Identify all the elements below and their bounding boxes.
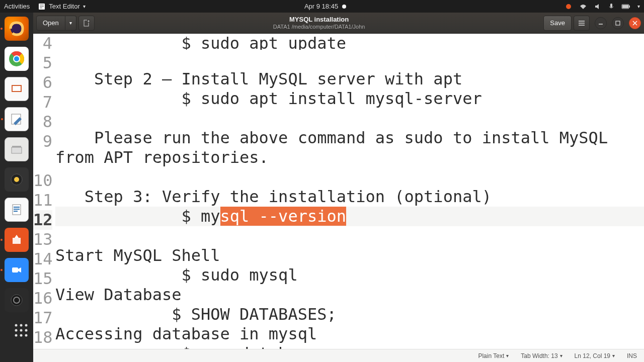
svg-rect-16 — [13, 86, 21, 91]
editor-line[interactable]: $ sudo apt install mysql-server — [55, 89, 644, 109]
svg-rect-5 — [610, 4, 612, 8]
editor-line[interactable]: Accessing database in mysql — [55, 324, 644, 344]
editor-line[interactable]: $ SHOW DATABASES; — [55, 305, 644, 324]
dock-files[interactable] — [5, 137, 29, 161]
editor-line[interactable]: $ sudo apt update — [55, 34, 644, 50]
network-icon[interactable] — [579, 3, 587, 10]
svg-rect-8 — [622, 5, 628, 8]
tab-width-selector[interactable]: Tab Width: 13 ▾ — [521, 352, 562, 359]
line-number-gutter: 45678910111213141516171819 — [33, 34, 55, 349]
chevron-down-icon: ▾ — [506, 353, 509, 358]
svg-rect-41 — [616, 21, 620, 25]
line-number: 5 — [33, 53, 52, 73]
line-number: 17 — [33, 308, 52, 328]
maximize-icon — [615, 21, 620, 26]
hamburger-menu-button[interactable] — [574, 16, 590, 31]
svg-rect-3 — [40, 8, 42, 9]
dock-gedit[interactable] — [5, 107, 29, 131]
app-menu[interactable]: Text Editor ▾ — [38, 3, 85, 11]
open-button[interactable]: Open — [36, 16, 65, 31]
line-number: 6 — [33, 73, 52, 93]
svg-rect-19 — [12, 147, 22, 153]
dock-zoom[interactable] — [5, 258, 29, 282]
editor-line[interactable]: Step 3: Verify the installation (optiona… — [55, 187, 644, 207]
writer-icon — [10, 203, 24, 217]
dock — [0, 13, 33, 362]
svg-rect-1 — [40, 5, 44, 6]
dock-rhythmbox[interactable] — [5, 167, 29, 192]
zoom-icon — [10, 263, 24, 277]
close-icon — [632, 21, 637, 26]
dock-apps-grid[interactable] — [9, 318, 33, 342]
dock-chrome[interactable] — [5, 47, 29, 71]
editor-line[interactable]: Please run the above command as sudo to … — [55, 128, 644, 167]
editor-line[interactable]: View Database — [55, 285, 644, 305]
editor-line[interactable] — [55, 50, 644, 69]
line-number: 7 — [33, 93, 52, 112]
maximize-button[interactable] — [612, 17, 624, 29]
svg-point-14 — [14, 56, 19, 61]
dock-firefox[interactable] — [5, 17, 29, 41]
svg-point-34 — [20, 329, 23, 332]
line-number: 9 — [33, 132, 52, 171]
line-number: 18 — [33, 328, 52, 347]
line-number: 12 — [33, 210, 52, 230]
editor-line[interactable]: Step 2 — Install MySQL server with apt — [55, 69, 644, 89]
gnome-topbar: Activities Text Editor ▾ Apr 9 18:45 ▾ — [0, 0, 644, 13]
mic-icon[interactable] — [608, 3, 614, 10]
editor-line[interactable]: $ mysql --version — [55, 207, 644, 226]
close-button[interactable] — [629, 17, 641, 29]
line-number: 4 — [33, 34, 52, 53]
text-selection: sql --version — [220, 207, 346, 226]
activities-button[interactable]: Activities — [4, 3, 30, 10]
svg-point-21 — [14, 177, 19, 182]
editor-line[interactable] — [55, 109, 644, 128]
editor-line[interactable]: $ sudo mysql — [55, 265, 644, 285]
firefox-icon — [8, 20, 25, 37]
editor-line[interactable] — [55, 167, 644, 187]
apps-grid-icon — [13, 322, 29, 338]
text-content[interactable]: $ sudo apt update Step 2 — Install MySQL… — [55, 34, 644, 349]
svg-point-31 — [20, 324, 23, 327]
battery-icon[interactable] — [621, 4, 630, 10]
editor-line[interactable]: $ use database — [55, 344, 644, 349]
new-document-icon — [83, 20, 90, 27]
dock-obs[interactable] — [5, 288, 29, 312]
clock[interactable]: Apr 9 18:45 — [86, 3, 565, 10]
statusbar: Plain Text ▾ Tab Width: 13 ▾ Ln 12, Col … — [33, 349, 644, 362]
chevron-down-icon: ▾ — [69, 20, 72, 26]
open-split-button[interactable]: Open ▾ — [36, 16, 76, 31]
line-number: 11 — [33, 191, 52, 210]
text-editor-icon — [38, 3, 46, 11]
screencast-icon[interactable] — [565, 3, 572, 10]
system-menu-chevron-icon[interactable]: ▾ — [637, 4, 640, 9]
gedit-window: Open ▾ MYSQL installation DATA1 /media/c… — [33, 13, 644, 362]
svg-point-38 — [25, 334, 28, 337]
impress-icon — [10, 82, 24, 96]
svg-point-33 — [15, 329, 18, 332]
volume-icon[interactable] — [594, 3, 601, 10]
editor-line[interactable] — [55, 226, 644, 246]
line-number: 13 — [33, 230, 52, 249]
open-recent-chevron[interactable]: ▾ — [65, 16, 76, 31]
dock-ubuntu-software[interactable] — [5, 228, 29, 252]
minimize-button[interactable] — [595, 17, 607, 29]
insert-mode-indicator[interactable]: INS — [627, 352, 637, 359]
speaker-icon — [10, 172, 24, 187]
headerbar: Open ▾ MYSQL installation DATA1 /media/c… — [33, 13, 644, 34]
cursor-position[interactable]: Ln 12, Col 19 ▾ — [575, 352, 615, 359]
dock-libreoffice-impress[interactable] — [5, 77, 29, 101]
editor-area[interactable]: 45678910111213141516171819 $ sudo apt up… — [33, 34, 644, 349]
dock-libreoffice-writer[interactable] — [5, 198, 29, 222]
obs-icon — [10, 293, 24, 307]
new-tab-button[interactable] — [78, 16, 95, 31]
line-number: 16 — [33, 289, 52, 308]
svg-rect-25 — [14, 211, 18, 212]
software-icon — [10, 233, 24, 247]
editor-line[interactable]: Start MySQL Shell — [55, 246, 644, 265]
syntax-mode-selector[interactable]: Plain Text ▾ — [478, 352, 509, 359]
line-number: 15 — [33, 269, 52, 289]
window-title: MYSQL installation DATA1 /media/computer… — [97, 16, 542, 30]
svg-point-36 — [15, 334, 18, 337]
save-button[interactable]: Save — [543, 16, 572, 31]
